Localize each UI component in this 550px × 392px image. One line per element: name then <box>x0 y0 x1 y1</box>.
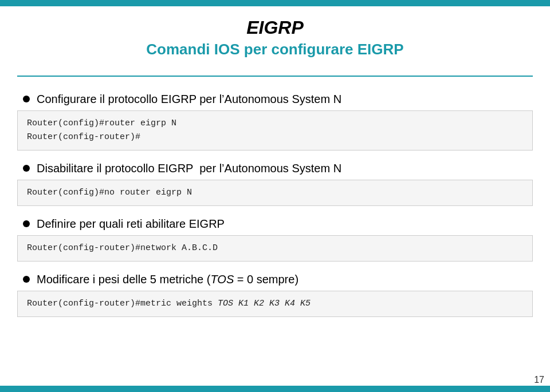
code-block-2: Router(config)#no router eigrp N <box>17 180 533 206</box>
page-number: 17 <box>534 375 544 385</box>
top-bar-thick <box>0 0 550 5</box>
bullet-text-1: Configurare il protocollo EIGRP per l’Au… <box>37 93 341 106</box>
title-section: EIGRP Comandi IOS per configurare EIGRP <box>17 11 533 58</box>
bullet-dot-1 <box>23 96 30 102</box>
code-block-1: Router(config)#router eigrp N Router(con… <box>17 110 533 151</box>
bullet-item-3: Definire per quali reti abilitare EIGRP <box>17 217 533 231</box>
page-container: 17 EIGRP Comandi IOS per configurare EIG… <box>0 0 550 392</box>
code-line-1-1: Router(config)#router eigrp N <box>27 117 523 130</box>
bottom-bar-thick <box>0 387 550 392</box>
code-line-1-2: Router(config-router)# <box>27 130 523 144</box>
bullet-text-3: Definire per quali reti abilitare EIGRP <box>37 217 225 231</box>
section-2: Disabilitare il protocollo EIGRP per l’A… <box>17 162 533 206</box>
top-bar-thin <box>0 5 550 6</box>
code-block-3: Router(config-router)#network A.B.C.D <box>17 235 533 262</box>
bullet-text-2: Disabilitare il protocollo EIGRP per l’A… <box>37 162 341 175</box>
sub-title: Comandi IOS per configurare EIGRP <box>17 41 533 58</box>
section-4: Modificare i pesi delle 5 metriche (TOS … <box>17 273 533 317</box>
bullet-text-4: Modificare i pesi delle 5 metriche (TOS … <box>37 273 298 286</box>
code-block-4: Router(config-router)#metric weights TOS… <box>17 291 533 317</box>
section-3: Definire per quali reti abilitare EIGRP … <box>17 217 533 262</box>
bullet-dot-4 <box>23 276 30 283</box>
bullet-item-4: Modificare i pesi delle 5 metriche (TOS … <box>17 273 533 286</box>
bullet-item-2: Disabilitare il protocollo EIGRP per l’A… <box>17 162 533 175</box>
main-title: EIGRP <box>17 17 533 38</box>
bullet-dot-2 <box>23 165 30 172</box>
code-line-4-1: Router(config-router)#metric weights TOS… <box>27 297 523 311</box>
title-divider <box>17 76 533 77</box>
code-line-2-1: Router(config)#no router eigrp N <box>27 186 523 200</box>
code-line-3-1: Router(config-router)#network A.B.C.D <box>27 241 523 255</box>
bullet-dot-3 <box>23 220 30 227</box>
content-area: EIGRP Comandi IOS per configurare EIGRP … <box>17 11 533 375</box>
bullet-item-1: Configurare il protocollo EIGRP per l’Au… <box>17 93 533 106</box>
section-1: Configurare il protocollo EIGRP per l’Au… <box>17 93 533 151</box>
